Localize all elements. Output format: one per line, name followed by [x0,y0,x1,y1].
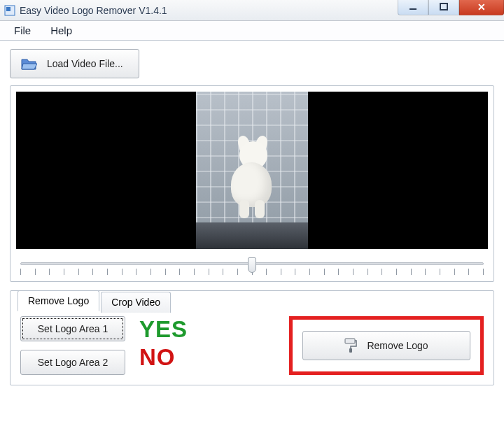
tab-crop-video[interactable]: Crop Video [101,292,171,313]
load-row: Load Video File... [10,49,494,78]
tab-body: Set Logo Area 1 Set Logo Area 2 YES NO [20,316,484,375]
close-icon: ✕ [477,1,486,13]
remove-column: Remove Logo [289,316,484,375]
window-controls: ✕ [398,0,504,15]
svg-rect-3 [440,3,447,10]
load-video-label: Load Video File... [47,58,123,69]
window-title: Easy Video Logo Remover V1.4.1 [20,5,167,16]
client-area: Load Video File... Remove Logo [0,41,504,392]
app-icon [4,5,15,16]
minimize-button[interactable] [398,0,428,15]
video-frame [196,92,308,249]
folder-open-icon [20,57,37,71]
annotation-column: YES NO [139,316,188,371]
tab-remove-logo[interactable]: Remove Logo [18,290,99,311]
menu-bar: File Help [0,21,504,41]
svg-rect-1 [6,7,10,11]
video-preview[interactable] [16,92,488,249]
svg-rect-5 [349,348,352,353]
remove-logo-button[interactable]: Remove Logo [302,331,470,360]
menu-help[interactable]: Help [41,21,82,40]
video-panel [10,85,494,282]
title-bar: Easy Video Logo Remover V1.4.1 ✕ [0,0,504,21]
svg-rect-4 [345,339,355,343]
annotation-no: NO [139,344,188,371]
paint-roller-icon [344,338,357,353]
slider-thumb[interactable] [248,257,256,273]
callout-highlight: Remove Logo [289,316,484,375]
close-button[interactable]: ✕ [459,0,504,15]
svg-rect-2 [410,8,416,10]
set-logo-area-1-button[interactable]: Set Logo Area 1 [20,316,125,341]
set-area-column: Set Logo Area 1 Set Logo Area 2 [20,316,125,375]
set-logo-area-2-button[interactable]: Set Logo Area 2 [20,350,125,375]
tabs-panel: Remove Logo Crop Video Set Logo Area 1 S… [10,290,494,385]
remove-logo-label: Remove Logo [367,340,428,351]
menu-file[interactable]: File [4,21,41,40]
tab-strip: Remove Logo Crop Video [18,290,172,311]
maximize-button[interactable] [428,0,459,15]
seek-slider[interactable] [16,256,488,277]
annotation-yes: YES [139,316,188,343]
load-video-button[interactable]: Load Video File... [10,49,139,78]
